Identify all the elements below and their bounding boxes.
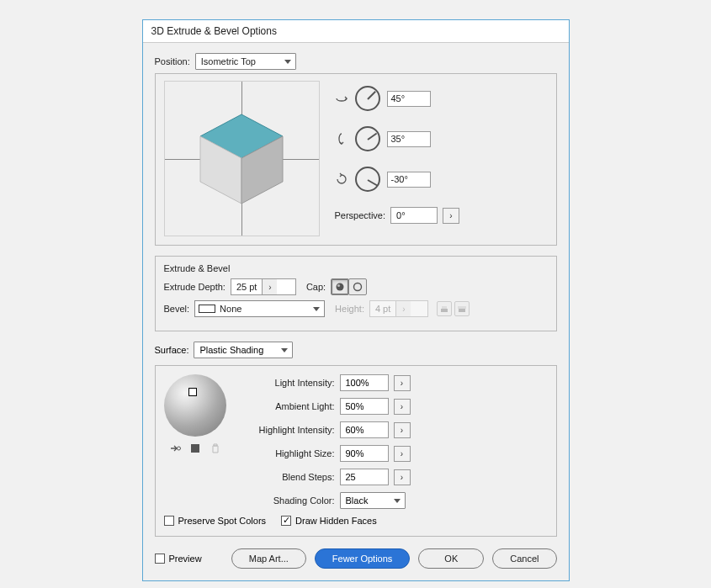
delete-light-icon: [209, 442, 222, 455]
svg-point-5: [354, 283, 362, 291]
highlight-intensity-stepper[interactable]: ›: [394, 422, 411, 438]
svg-point-10: [177, 447, 180, 450]
preview-checkbox[interactable]: Preview: [155, 554, 202, 564]
ambient-light-row: Ambient Light: 50% ›: [238, 398, 411, 415]
cancel-label: Cancel: [510, 554, 539, 564]
surface-select[interactable]: Plastic Shading: [194, 342, 293, 358]
bevel-height-value: 4 pt: [370, 304, 395, 314]
rotate-x-value: 45°: [391, 93, 406, 103]
lighting-sphere[interactable]: [164, 374, 226, 437]
rotate-z-input[interactable]: -30°: [387, 172, 431, 188]
cancel-button[interactable]: Cancel: [492, 548, 556, 569]
map-art-button[interactable]: Map Art...: [231, 548, 306, 569]
shading-color-value: Black: [346, 495, 369, 506]
extrude-depth-input[interactable]: 25 pt ›: [231, 278, 296, 295]
rotation-trackball[interactable]: [164, 81, 320, 236]
svg-rect-7: [442, 306, 447, 309]
shading-color-label: Shading Color:: [238, 495, 335, 506]
rotate-y-value: 35°: [391, 134, 406, 144]
highlight-size-stepper[interactable]: ›: [394, 446, 411, 462]
rotate-z-dial[interactable]: [355, 167, 380, 192]
position-value: Isometric Top: [201, 56, 256, 66]
map-art-label: Map Art...: [249, 554, 289, 564]
rotate-x-dial[interactable]: [355, 86, 380, 111]
rotate-y-input[interactable]: 35°: [387, 131, 431, 147]
ambient-light-label: Ambient Light:: [238, 401, 335, 411]
fewer-options-button[interactable]: Fewer Options: [315, 548, 411, 569]
rotate-y-icon: [335, 132, 348, 146]
blend-steps-row: Blend Steps: 25 ›: [238, 469, 411, 485]
perspective-input[interactable]: 0°: [390, 207, 438, 224]
perspective-stepper[interactable]: ›: [443, 208, 459, 224]
svg-rect-11: [191, 444, 199, 453]
new-light-icon[interactable]: [188, 442, 202, 455]
cap-on-button[interactable]: [331, 278, 349, 295]
preserve-spot-box: [164, 516, 174, 526]
bevel-height-wrap: 4 pt ›: [369, 300, 428, 317]
svg-rect-8: [459, 309, 465, 312]
lighting-column: [164, 374, 226, 509]
bevel-label: Bevel:: [164, 304, 190, 314]
surface-group: Light Intensity: 100% › Ambient Light: 5…: [155, 365, 557, 537]
bevel-select[interactable]: None: [194, 300, 325, 317]
rotate-z-value: -30°: [391, 174, 408, 184]
highlight-size-label: Highlight Size:: [238, 448, 335, 458]
cap-label: Cap:: [306, 282, 326, 292]
dialog-footer: Preview Map Art... Fewer Options OK Canc…: [155, 548, 557, 569]
highlight-intensity-input[interactable]: 60%: [340, 421, 389, 438]
bevel-extent-out-button: [454, 301, 470, 316]
svg-rect-9: [458, 306, 466, 309]
ambient-light-value: 50%: [341, 401, 369, 411]
rotate-y-row: 35°: [335, 126, 460, 151]
extrude-depth-row: Extrude Depth: 25 pt › Cap:: [164, 278, 548, 295]
rotate-x-icon: [335, 92, 348, 105]
light-intensity-stepper[interactable]: ›: [394, 375, 411, 391]
preserve-spot-checkbox[interactable]: Preserve Spot Colors: [164, 516, 267, 526]
bevel-height-label: Height:: [335, 304, 364, 314]
blend-steps-stepper[interactable]: ›: [394, 469, 411, 485]
extrude-bevel-group: Extrude & Bevel Extrude Depth: 25 pt › C…: [155, 256, 557, 331]
preserve-spot-label: Preserve Spot Colors: [178, 516, 267, 526]
perspective-value: 0°: [391, 210, 411, 220]
blend-steps-input[interactable]: 25: [340, 469, 389, 485]
blend-steps-label: Blend Steps:: [238, 472, 335, 482]
svg-rect-6: [441, 309, 448, 312]
shading-color-select[interactable]: Black: [340, 492, 406, 509]
ambient-light-input[interactable]: 50%: [340, 398, 389, 415]
cube-preview: [194, 111, 289, 207]
position-select[interactable]: Isometric Top: [195, 53, 296, 70]
preview-label: Preview: [169, 554, 202, 564]
draw-hidden-box: [281, 516, 291, 526]
move-light-back-icon[interactable]: [168, 442, 182, 455]
dialog-title: 3D Extrude & Bevel Options: [143, 20, 569, 43]
light-handle[interactable]: [188, 388, 197, 396]
surface-row: Surface: Plastic Shading: [155, 342, 557, 358]
extrude-bevel-title: Extrude & Bevel: [164, 263, 548, 273]
position-group: 45° 35° -30° Perspective: [155, 73, 557, 246]
surface-checkbox-row: Preserve Spot Colors Draw Hidden Faces: [164, 516, 548, 526]
rotate-y-dial[interactable]: [355, 126, 380, 151]
perspective-row: Perspective: 0° ›: [335, 207, 460, 224]
highlight-intensity-row: Highlight Intensity: 60% ›: [238, 421, 411, 438]
ok-button[interactable]: OK: [418, 548, 484, 569]
dialog-3d-extrude-bevel: 3D Extrude & Bevel Options Position: Iso…: [142, 19, 570, 581]
light-intensity-input[interactable]: 100%: [340, 374, 389, 391]
bevel-row: Bevel: None Height: 4 pt ›: [164, 300, 548, 317]
shading-color-row: Shading Color: Black: [238, 492, 411, 509]
draw-hidden-checkbox[interactable]: Draw Hidden Faces: [281, 516, 377, 526]
cap-off-button[interactable]: [348, 278, 367, 295]
highlight-size-input[interactable]: 90%: [340, 445, 389, 462]
preview-box: [155, 554, 165, 564]
perspective-label: Perspective:: [335, 210, 386, 220]
extrude-depth-label: Extrude Depth:: [164, 282, 226, 292]
rotate-x-input[interactable]: 45°: [387, 91, 431, 107]
bevel-swatch-icon: [199, 305, 215, 313]
ambient-light-stepper[interactable]: ›: [394, 399, 411, 415]
ok-label: OK: [444, 554, 458, 564]
extrude-depth-stepper[interactable]: ›: [262, 279, 277, 294]
surface-fields: Light Intensity: 100% › Ambient Light: 5…: [238, 374, 411, 509]
bevel-height-input: 4 pt ›: [369, 300, 428, 317]
fewer-options-label: Fewer Options: [332, 554, 393, 564]
surface-value: Plastic Shading: [199, 345, 263, 355]
svg-point-4: [337, 284, 340, 287]
